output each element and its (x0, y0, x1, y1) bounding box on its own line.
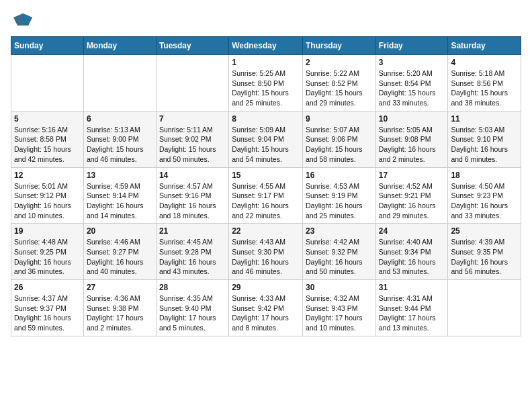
calendar-cell: 21Sunrise: 4:45 AMSunset: 9:28 PMDayligh… (156, 224, 228, 280)
day-info: Sunrise: 4:40 AMSunset: 9:34 PMDaylight:… (379, 237, 445, 277)
day-number: 24 (379, 226, 445, 236)
day-header-wednesday: Wednesday (229, 37, 303, 55)
calendar-cell: 13Sunrise: 4:59 AMSunset: 9:14 PMDayligh… (83, 167, 156, 224)
day-info: Sunrise: 5:13 AMSunset: 9:00 PMDaylight:… (87, 125, 153, 165)
calendar-cell: 7Sunrise: 5:11 AMSunset: 9:02 PMDaylight… (156, 111, 228, 167)
day-info: Sunrise: 5:01 AMSunset: 9:12 PMDaylight:… (14, 181, 81, 221)
day-info: Sunrise: 4:33 AMSunset: 9:42 PMDaylight:… (232, 293, 300, 333)
day-number: 23 (306, 226, 373, 236)
calendar-cell: 26Sunrise: 4:37 AMSunset: 9:37 PMDayligh… (11, 280, 84, 336)
day-number: 12 (14, 171, 81, 180)
day-info: Sunrise: 5:18 AMSunset: 8:56 PMDaylight:… (451, 68, 518, 108)
calendar-cell: 10Sunrise: 5:05 AMSunset: 9:08 PMDayligh… (375, 111, 448, 167)
day-number: 17 (379, 171, 445, 180)
calendar-cell: 17Sunrise: 4:52 AMSunset: 9:21 PMDayligh… (375, 167, 448, 224)
day-number: 25 (451, 226, 518, 236)
day-info: Sunrise: 5:07 AMSunset: 9:06 PMDaylight:… (306, 125, 373, 165)
day-number: 13 (87, 171, 153, 180)
day-number: 26 (14, 283, 81, 292)
calendar-week-row: 12Sunrise: 5:01 AMSunset: 9:12 PMDayligh… (11, 167, 521, 224)
day-info: Sunrise: 4:45 AMSunset: 9:28 PMDaylight:… (159, 237, 226, 277)
calendar-cell (448, 280, 521, 336)
day-number: 6 (87, 114, 153, 124)
day-info: Sunrise: 4:55 AMSunset: 9:17 PMDaylight:… (232, 181, 300, 221)
day-header-saturday: Saturday (448, 37, 521, 55)
calendar-cell: 19Sunrise: 4:48 AMSunset: 9:25 PMDayligh… (11, 224, 84, 280)
day-info: Sunrise: 5:22 AMSunset: 8:52 PMDaylight:… (306, 68, 373, 108)
calendar-week-row: 5Sunrise: 5:16 AMSunset: 8:58 PMDaylight… (11, 111, 521, 167)
calendar-header-row: SundayMondayTuesdayWednesdayThursdayFrid… (11, 37, 521, 55)
day-number: 14 (159, 171, 226, 180)
day-number: 3 (379, 58, 445, 67)
day-number: 22 (232, 226, 300, 236)
day-info: Sunrise: 4:32 AMSunset: 9:43 PMDaylight:… (306, 293, 373, 333)
calendar-cell: 2Sunrise: 5:22 AMSunset: 8:52 PMDaylight… (302, 55, 375, 111)
calendar-cell: 14Sunrise: 4:57 AMSunset: 9:16 PMDayligh… (156, 167, 228, 224)
calendar-week-row: 26Sunrise: 4:37 AMSunset: 9:37 PMDayligh… (11, 280, 521, 336)
day-info: Sunrise: 4:39 AMSunset: 9:35 PMDaylight:… (451, 237, 518, 277)
calendar-cell (11, 55, 84, 111)
day-number: 29 (232, 283, 300, 292)
day-number: 9 (306, 114, 373, 124)
day-info: Sunrise: 4:48 AMSunset: 9:25 PMDaylight:… (14, 237, 81, 277)
calendar-cell: 29Sunrise: 4:33 AMSunset: 9:42 PMDayligh… (229, 280, 303, 336)
day-number: 28 (159, 283, 226, 292)
day-number: 20 (87, 226, 153, 236)
day-number: 11 (451, 114, 518, 124)
calendar-cell: 9Sunrise: 5:07 AMSunset: 9:06 PMDaylight… (302, 111, 375, 167)
logo-icon (13, 11, 32, 30)
calendar-cell: 3Sunrise: 5:20 AMSunset: 8:54 PMDaylight… (375, 55, 448, 111)
day-number: 18 (451, 171, 518, 180)
calendar-week-row: 19Sunrise: 4:48 AMSunset: 9:25 PMDayligh… (11, 224, 521, 280)
day-header-monday: Monday (83, 37, 156, 55)
calendar-cell: 30Sunrise: 4:32 AMSunset: 9:43 PMDayligh… (302, 280, 375, 336)
day-info: Sunrise: 5:05 AMSunset: 9:08 PMDaylight:… (379, 125, 445, 165)
calendar-cell: 31Sunrise: 4:31 AMSunset: 9:44 PMDayligh… (375, 280, 448, 336)
calendar-cell (156, 55, 228, 111)
day-info: Sunrise: 5:16 AMSunset: 8:58 PMDaylight:… (14, 125, 81, 165)
day-info: Sunrise: 4:31 AMSunset: 9:44 PMDaylight:… (379, 293, 445, 333)
day-info: Sunrise: 4:50 AMSunset: 9:23 PMDaylight:… (451, 181, 518, 221)
day-number: 5 (14, 114, 81, 124)
page-header (11, 11, 521, 30)
calendar-cell: 11Sunrise: 5:03 AMSunset: 9:10 PMDayligh… (448, 111, 521, 167)
calendar-cell (83, 55, 156, 111)
calendar-cell: 23Sunrise: 4:42 AMSunset: 9:32 PMDayligh… (302, 224, 375, 280)
day-info: Sunrise: 5:03 AMSunset: 9:10 PMDaylight:… (451, 125, 518, 165)
calendar-cell: 5Sunrise: 5:16 AMSunset: 8:58 PMDaylight… (11, 111, 84, 167)
day-info: Sunrise: 4:52 AMSunset: 9:21 PMDaylight:… (379, 181, 445, 221)
calendar-cell: 25Sunrise: 4:39 AMSunset: 9:35 PMDayligh… (448, 224, 521, 280)
day-number: 19 (14, 226, 81, 236)
calendar-cell: 12Sunrise: 5:01 AMSunset: 9:12 PMDayligh… (11, 167, 84, 224)
day-info: Sunrise: 4:42 AMSunset: 9:32 PMDaylight:… (306, 237, 373, 277)
calendar-cell: 20Sunrise: 4:46 AMSunset: 9:27 PMDayligh… (83, 224, 156, 280)
day-info: Sunrise: 5:20 AMSunset: 8:54 PMDaylight:… (379, 68, 445, 108)
day-number: 31 (379, 283, 445, 292)
calendar-cell: 28Sunrise: 4:35 AMSunset: 9:40 PMDayligh… (156, 280, 228, 336)
day-number: 21 (159, 226, 226, 236)
calendar-cell: 27Sunrise: 4:36 AMSunset: 9:38 PMDayligh… (83, 280, 156, 336)
calendar-cell: 18Sunrise: 4:50 AMSunset: 9:23 PMDayligh… (448, 167, 521, 224)
calendar-cell: 15Sunrise: 4:55 AMSunset: 9:17 PMDayligh… (229, 167, 303, 224)
day-info: Sunrise: 5:11 AMSunset: 9:02 PMDaylight:… (159, 125, 226, 165)
calendar-week-row: 1Sunrise: 5:25 AMSunset: 8:50 PMDaylight… (11, 55, 521, 111)
day-header-sunday: Sunday (11, 37, 84, 55)
day-number: 10 (379, 114, 445, 124)
day-info: Sunrise: 4:57 AMSunset: 9:16 PMDaylight:… (159, 181, 226, 221)
calendar-cell: 6Sunrise: 5:13 AMSunset: 9:00 PMDaylight… (83, 111, 156, 167)
day-info: Sunrise: 4:43 AMSunset: 9:30 PMDaylight:… (232, 237, 300, 277)
day-number: 8 (232, 114, 300, 124)
day-info: Sunrise: 4:53 AMSunset: 9:19 PMDaylight:… (306, 181, 373, 221)
day-info: Sunrise: 4:46 AMSunset: 9:27 PMDaylight:… (87, 237, 153, 277)
day-info: Sunrise: 4:59 AMSunset: 9:14 PMDaylight:… (87, 181, 153, 221)
day-header-thursday: Thursday (302, 37, 375, 55)
calendar-cell: 4Sunrise: 5:18 AMSunset: 8:56 PMDaylight… (448, 55, 521, 111)
day-number: 15 (232, 171, 300, 180)
day-number: 16 (306, 171, 373, 180)
day-number: 2 (306, 58, 373, 67)
calendar-cell: 8Sunrise: 5:09 AMSunset: 9:04 PMDaylight… (229, 111, 303, 167)
day-number: 27 (87, 283, 153, 292)
day-header-friday: Friday (375, 37, 448, 55)
calendar-cell: 22Sunrise: 4:43 AMSunset: 9:30 PMDayligh… (229, 224, 303, 280)
day-info: Sunrise: 4:37 AMSunset: 9:37 PMDaylight:… (14, 293, 81, 333)
